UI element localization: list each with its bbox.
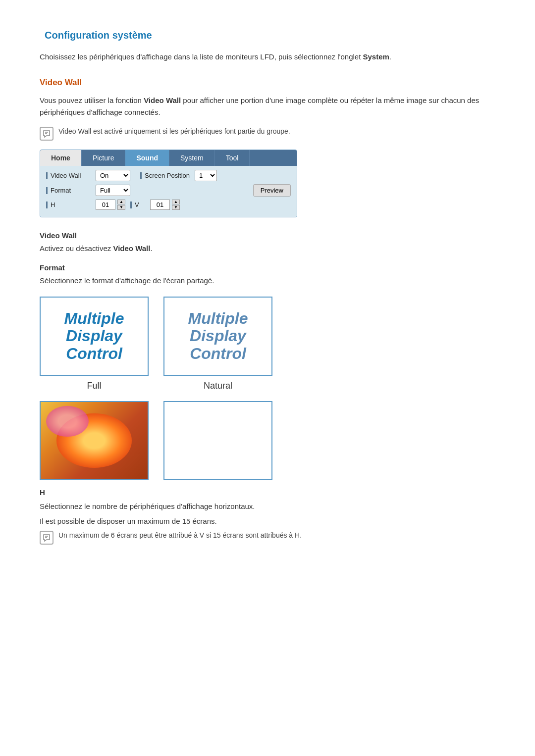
panel-row-hv: H ▲ ▼ V ▲ ▼ — [46, 200, 291, 210]
h-note-text: Un maximum de 6 écrans peut être attribu… — [58, 530, 302, 541]
video-wall-desc: Vous pouvez utiliser la fonction Video W… — [40, 95, 495, 118]
h-down-btn[interactable]: ▼ — [117, 205, 125, 210]
sub-format-desc: Sélectionnez le format d'affichage de l'… — [40, 275, 495, 287]
h-input-group: ▲ ▼ — [96, 200, 125, 210]
note-icon — [40, 127, 54, 141]
panel-videowall-label: Video Wall — [46, 172, 91, 179]
v-input-group: ▲ ▼ — [150, 200, 180, 210]
tab-picture[interactable]: Picture — [82, 150, 126, 166]
sub-videowall-desc: Activez ou désactivez Video Wall. — [40, 243, 495, 254]
h-desc2: Il est possible de disposer un maximum d… — [40, 515, 495, 527]
bar-indicator — [46, 172, 48, 179]
video-wall-section-title: Video Wall — [40, 78, 495, 88]
panel-format-select[interactable]: Full Natural — [96, 185, 130, 196]
screen-pos-group: Screen Position 123 — [140, 170, 217, 181]
v-spinner: ▲ ▼ — [172, 200, 180, 210]
bar-indicator-4 — [46, 202, 48, 208]
tab-tool[interactable]: Tool — [215, 150, 250, 166]
sub-videowall-label: Video Wall — [40, 231, 495, 240]
tab-sound[interactable]: Sound — [125, 150, 169, 166]
h-up-btn[interactable]: ▲ — [117, 200, 125, 204]
v-input[interactable] — [150, 200, 170, 210]
full-photo — [41, 402, 148, 479]
h-input[interactable] — [96, 200, 115, 210]
sub-videowall-bold: Video Wall — [113, 244, 150, 252]
format-text-natural: MultipleDisplayControl — [188, 310, 248, 362]
video-wall-note-box: Video Wall est activé uniquement si les … — [40, 126, 495, 141]
bar-indicator-5 — [130, 202, 132, 208]
sub-format-label: Format — [40, 263, 495, 272]
tab-bar: Home Picture Sound System Tool — [40, 150, 297, 166]
format-item-natural: MultipleDisplayControl Natural — [163, 297, 272, 391]
intro-paragraph: Choisissez les périphériques d'affichage… — [40, 51, 495, 63]
panel-row-format: Format Full Natural Preview — [46, 184, 291, 197]
h-note-box: Un maximum de 6 écrans peut être attribu… — [40, 530, 495, 545]
v-down-btn[interactable]: ▼ — [172, 205, 180, 210]
h-section-label: H — [40, 488, 495, 497]
video-wall-note-text: Video Wall est activé uniquement si les … — [58, 126, 290, 137]
format-image-full: MultipleDisplayControl — [40, 297, 149, 376]
v-up-btn[interactable]: ▲ — [172, 200, 180, 204]
vw-desc1: Vous pouvez utiliser la fonction — [40, 96, 142, 104]
format-grid: MultipleDisplayControl Full MultipleDisp… — [40, 297, 495, 391]
photo-image-natural — [163, 401, 272, 480]
panel-row-videowall: Video Wall On Off Screen Position 123 — [46, 170, 291, 181]
tab-home[interactable]: Home — [40, 150, 82, 166]
h-spinner: ▲ ▼ — [117, 200, 125, 210]
panel-h-label: H — [46, 201, 91, 208]
format-label-natural: Natural — [204, 381, 232, 391]
vw-bold1: Video Wall — [144, 96, 181, 104]
tab-system[interactable]: System — [169, 150, 215, 166]
photo-item-full — [40, 401, 149, 480]
screen-pos-select[interactable]: 123 — [195, 170, 217, 181]
page-title: Configuration système — [40, 30, 495, 41]
panel-body: Video Wall On Off Screen Position 123 Fo… — [40, 166, 297, 217]
format-item-full: MultipleDisplayControl Full — [40, 297, 149, 391]
bar-indicator-3 — [46, 187, 48, 194]
intro-text1: Choisissez les périphériques d'affichage… — [40, 52, 361, 61]
intro-bold1: System — [363, 52, 389, 61]
panel-format-label: Format — [46, 187, 91, 194]
format-label-full: Full — [87, 381, 101, 391]
screen-pos-label: Screen Position — [145, 172, 190, 179]
photo-image-full — [40, 401, 149, 480]
panel-v-label: V — [130, 201, 145, 208]
ui-panel: Home Picture Sound System Tool Video Wal… — [40, 150, 297, 217]
h-desc1: Sélectionnez le nombre de périphériques … — [40, 501, 495, 512]
preview-button[interactable]: Preview — [253, 184, 291, 197]
photo-grid — [40, 401, 495, 480]
bar-indicator-2 — [140, 172, 142, 179]
photo-item-natural — [163, 401, 272, 480]
h-note-icon — [40, 531, 54, 545]
format-text-full: MultipleDisplayControl — [64, 310, 124, 362]
panel-videowall-select[interactable]: On Off — [96, 170, 130, 181]
format-image-natural: MultipleDisplayControl — [163, 297, 272, 376]
h-section: H Sélectionnez le nombre de périphérique… — [40, 488, 495, 545]
